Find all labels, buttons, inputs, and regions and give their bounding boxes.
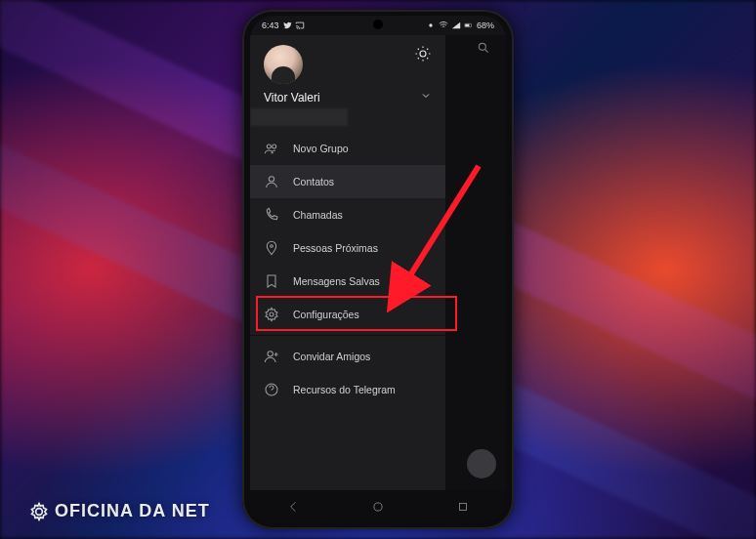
menu-label: Configurações [293, 309, 359, 320]
cast-icon [295, 21, 305, 30]
help-icon [264, 382, 279, 397]
svg-point-15 [36, 508, 43, 515]
svg-point-9 [270, 312, 273, 316]
menu-telegram-features[interactable]: Recursos do Telegram [250, 373, 445, 406]
status-time: 6:43 [262, 21, 279, 30]
add-person-icon [264, 349, 279, 364]
svg-point-8 [271, 245, 273, 248]
watermark-text: OFICINA DA NET [55, 501, 210, 521]
svg-point-6 [273, 145, 276, 148]
signal-icon [451, 21, 461, 30]
home-button[interactable] [371, 500, 385, 514]
svg-rect-2 [465, 24, 469, 27]
menu-label: Pessoas Próximas [293, 242, 378, 254]
svg-point-10 [268, 352, 273, 356]
settings-dot-icon [426, 21, 436, 30]
menu-saved-messages[interactable]: Mensagens Salvas [250, 265, 445, 298]
menu-contacts[interactable]: Contatos [250, 165, 445, 198]
gear-icon [264, 307, 279, 322]
avatar[interactable] [264, 45, 303, 84]
menu-invite-friends[interactable]: Convidar Amigos [250, 340, 445, 373]
phone-screen: 6:43 68% [250, 16, 506, 523]
menu-label: Contatos [293, 176, 334, 187]
navigation-drawer: Vitor Valeri Novo Grupo Contatos Chamada… [250, 35, 445, 523]
person-icon [264, 174, 279, 189]
menu-divider [250, 335, 445, 336]
phone-frame: 6:43 68% [242, 10, 514, 529]
svg-point-4 [420, 51, 426, 57]
chevron-down-icon[interactable] [420, 90, 432, 104]
new-message-fab[interactable] [467, 449, 496, 478]
menu-label: Mensagens Salvas [293, 275, 380, 287]
menu-calls[interactable]: Chamadas [250, 198, 445, 231]
svg-point-7 [269, 177, 273, 182]
menu-settings[interactable]: Configurações [250, 298, 445, 331]
battery-icon [464, 21, 474, 30]
twitter-icon [282, 21, 292, 30]
battery-percent: 68% [477, 21, 494, 30]
menu-label: Chamadas [293, 209, 343, 221]
bookmark-icon [264, 273, 279, 289]
menu-label: Recursos do Telegram [293, 384, 396, 395]
menu-label: Convidar Amigos [293, 351, 370, 362]
watermark: OFICINA DA NET [29, 501, 210, 521]
user-name: Vitor Valeri [264, 91, 320, 104]
menu-new-group[interactable]: Novo Grupo [250, 132, 445, 165]
people-icon [264, 141, 279, 156]
svg-point-12 [374, 503, 382, 511]
chat-list-background [445, 35, 506, 523]
phone-number-blurred [250, 108, 445, 126]
svg-rect-13 [460, 504, 467, 511]
wifi-icon [439, 21, 448, 30]
camera-notch [373, 20, 383, 29]
search-icon[interactable] [477, 41, 490, 59]
menu-label: Novo Grupo [293, 143, 349, 154]
svg-point-3 [479, 43, 485, 50]
phone-icon [264, 207, 279, 223]
back-button[interactable] [286, 500, 300, 514]
location-icon [264, 240, 279, 256]
theme-toggle-icon[interactable] [414, 45, 432, 62]
menu-people-nearby[interactable]: Pessoas Próximas [250, 231, 445, 265]
recents-button[interactable] [456, 500, 470, 514]
svg-point-5 [267, 145, 271, 148]
svg-point-0 [429, 23, 432, 26]
android-nav-bar [250, 490, 506, 523]
